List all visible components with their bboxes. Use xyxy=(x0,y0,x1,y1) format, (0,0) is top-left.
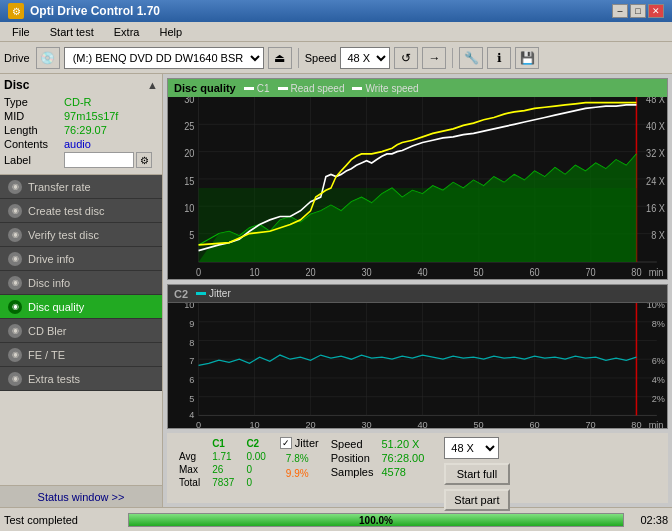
nav-transfer-rate[interactable]: ◉ Transfer rate xyxy=(0,175,162,199)
nav-drive-info[interactable]: ◉ Drive info xyxy=(0,247,162,271)
disc-type-label: Type xyxy=(4,96,64,108)
menu-extra[interactable]: Extra xyxy=(106,24,148,40)
maximize-button[interactable]: □ xyxy=(630,4,646,18)
svg-text:40 X: 40 X xyxy=(646,121,665,133)
create-test-disc-icon: ◉ xyxy=(8,204,22,218)
position-value: 76:28.00 xyxy=(377,451,428,465)
nav-drive-info-label: Drive info xyxy=(28,253,74,265)
progress-bar-container: 100.0% xyxy=(128,513,624,527)
jitter-avg-value: 7.8% xyxy=(286,453,309,464)
svg-text:9: 9 xyxy=(189,319,194,329)
drive-info-icon: ◉ xyxy=(8,252,22,266)
drive-select[interactable]: (M:) BENQ DVD DD DW1640 BSRB xyxy=(64,47,264,69)
toolbar-separator-1 xyxy=(298,48,299,68)
quality-chart-svg: 30 25 20 15 10 5 48 X 40 X 32 X 24 X 16 … xyxy=(168,97,667,279)
nav-extra-tests[interactable]: ◉ Extra tests xyxy=(0,367,162,391)
disc-type-row: Type CD-R xyxy=(4,96,158,108)
nav-disc-quality[interactable]: ◉ Disc quality xyxy=(0,295,162,319)
disc-contents-value: audio xyxy=(64,138,91,150)
minimize-button[interactable]: – xyxy=(612,4,628,18)
nav-disc-info[interactable]: ◉ Disc info xyxy=(0,271,162,295)
speed-row: Speed 51.20 X xyxy=(327,437,429,451)
legend-read-speed: Read speed xyxy=(278,83,345,94)
disc-label-row: Label ⚙ xyxy=(4,152,158,168)
nav-cd-bler-label: CD Bler xyxy=(28,325,67,337)
stats-total-label: Total xyxy=(173,476,206,489)
jitter-label: Jitter xyxy=(295,437,319,449)
disc-label-btn[interactable]: ⚙ xyxy=(136,152,152,168)
svg-text:5: 5 xyxy=(189,394,194,404)
disc-mid-row: MID 97m15s17f xyxy=(4,110,158,122)
nav-fe-te[interactable]: ◉ FE / TE xyxy=(0,343,162,367)
menu-bar: File Start test Extra Help xyxy=(0,22,672,42)
stats-avg-c2: 0.00 xyxy=(240,450,271,463)
stats-avg-row: Avg 1.71 0.00 xyxy=(173,450,272,463)
svg-text:16 X: 16 X xyxy=(646,202,665,214)
menu-start-test[interactable]: Start test xyxy=(42,24,102,40)
legend-jitter: Jitter xyxy=(196,288,231,299)
disc-mid-label: MID xyxy=(4,110,64,122)
svg-text:80: 80 xyxy=(631,420,641,428)
save-button[interactable]: 💾 xyxy=(515,47,539,69)
nav-extra-tests-label: Extra tests xyxy=(28,373,80,385)
samples-row: Samples 4578 xyxy=(327,465,429,479)
disc-length-label: Length xyxy=(4,124,64,136)
svg-text:50: 50 xyxy=(474,266,485,278)
svg-text:4%: 4% xyxy=(652,375,665,385)
nav-verify-test-disc[interactable]: ◉ Verify test disc xyxy=(0,223,162,247)
svg-text:30: 30 xyxy=(184,97,195,105)
drive-icon-btn[interactable]: 💿 xyxy=(36,47,60,69)
disc-expand-arrow[interactable]: ▲ xyxy=(147,79,158,91)
chart-jitter-header: C2 Jitter xyxy=(168,285,667,303)
extra-tests-icon: ◉ xyxy=(8,372,22,386)
menu-help[interactable]: Help xyxy=(151,24,190,40)
arrow-button[interactable]: → xyxy=(422,47,446,69)
info-button[interactable]: ℹ xyxy=(487,47,511,69)
disc-length-row: Length 76:29.07 xyxy=(4,124,158,136)
start-full-button[interactable]: Start full xyxy=(444,463,509,485)
jitter-chart-svg: 10 9 8 7 6 5 4 10% 8% 6% 4% 2% 0 10 xyxy=(168,303,667,428)
svg-text:10: 10 xyxy=(184,202,195,214)
disc-contents-row: Contents audio xyxy=(4,138,158,150)
eject-button[interactable]: ⏏ xyxy=(268,47,292,69)
nav-fe-te-label: FE / TE xyxy=(28,349,65,361)
disc-mid-value: 97m15s17f xyxy=(64,110,118,122)
progress-text: 100.0% xyxy=(359,514,393,525)
drive-label: Drive xyxy=(4,52,30,64)
nav-transfer-rate-label: Transfer rate xyxy=(28,181,91,193)
stats-max-c1: 26 xyxy=(206,463,240,476)
nav-create-test-disc-label: Create test disc xyxy=(28,205,104,217)
svg-text:10: 10 xyxy=(249,266,260,278)
svg-text:60: 60 xyxy=(530,266,541,278)
nav-create-test-disc[interactable]: ◉ Create test disc xyxy=(0,199,162,223)
nav-cd-bler[interactable]: ◉ CD Bler xyxy=(0,319,162,343)
menu-file[interactable]: File xyxy=(4,24,38,40)
stats-avg-c1: 1.71 xyxy=(206,450,240,463)
jitter-max-value: 9.9% xyxy=(286,468,309,479)
speed-select[interactable]: 48 X xyxy=(340,47,390,69)
jitter-values: 7.8% xyxy=(280,453,319,464)
disc-length-value: 76:29.07 xyxy=(64,124,107,136)
disc-quality-icon: ◉ xyxy=(8,300,22,314)
settings-button[interactable]: 🔧 xyxy=(459,47,483,69)
stats-speed-select[interactable]: 48 X xyxy=(444,437,499,459)
svg-text:48 X: 48 X xyxy=(646,97,665,105)
legend-write-speed-dot xyxy=(352,87,362,90)
svg-text:10: 10 xyxy=(249,420,259,428)
jitter-chart: C2 Jitter xyxy=(167,284,668,429)
legend-c1: C1 xyxy=(244,83,270,94)
start-part-button[interactable]: Start part xyxy=(444,489,509,511)
disc-section: Disc ▲ Type CD-R MID 97m15s17f Length 76… xyxy=(0,74,162,175)
status-window-button[interactable]: Status window >> xyxy=(0,485,162,507)
jitter-checkbox[interactable]: ✓ xyxy=(280,437,292,449)
svg-text:4: 4 xyxy=(189,410,194,420)
refresh-button[interactable]: ↺ xyxy=(394,47,418,69)
stats-total-row: Total 7837 0 xyxy=(173,476,272,489)
svg-text:50: 50 xyxy=(474,420,484,428)
disc-label-input[interactable] xyxy=(64,152,134,168)
svg-text:min: min xyxy=(649,420,664,428)
chart-quality-header: Disc quality C1 Read speed Write speed xyxy=(168,79,667,97)
svg-text:6: 6 xyxy=(189,375,194,385)
disc-header: Disc ▲ xyxy=(4,78,158,92)
close-button[interactable]: ✕ xyxy=(648,4,664,18)
